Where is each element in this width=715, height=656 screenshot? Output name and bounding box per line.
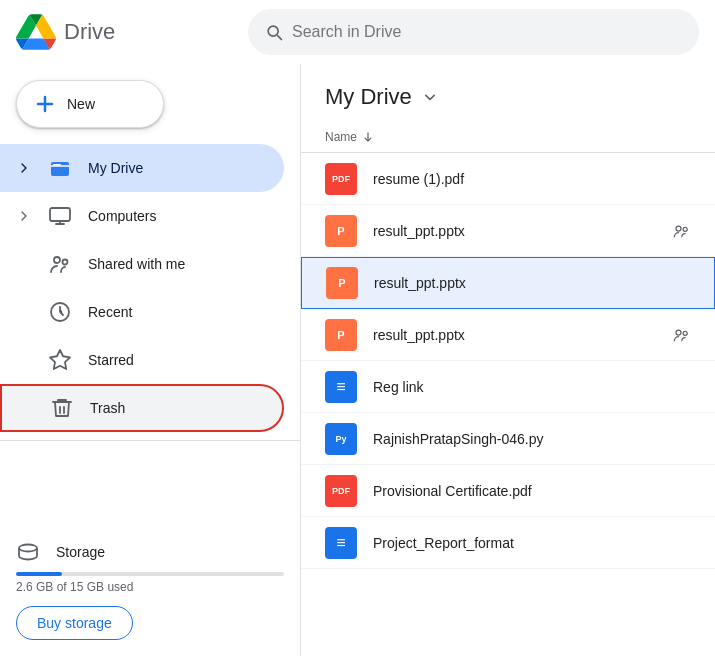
file-name-6: RajnishPratapSingh-046.py xyxy=(373,431,691,447)
trash-icon xyxy=(50,396,74,420)
header: Drive xyxy=(0,0,715,64)
shared-people-icon-4 xyxy=(671,325,691,345)
storage-bar-fill xyxy=(16,572,62,576)
sidebar-item-computers[interactable]: Computers xyxy=(0,192,284,240)
svg-point-9 xyxy=(19,545,37,552)
sidebar-item-shared-label: Shared with me xyxy=(88,256,185,272)
main-layout: New My Drive Computers xyxy=(0,64,715,656)
file-item-6[interactable]: Py RajnishPratapSingh-046.py xyxy=(301,413,715,465)
content-area: My Drive Name PDF resume (1).pdf P resul… xyxy=(300,64,715,656)
storage-usage-text: 2.6 GB of 15 GB used xyxy=(16,580,284,594)
sidebar: New My Drive Computers xyxy=(0,64,300,656)
ppt-icon-3: P xyxy=(326,267,358,299)
svg-point-7 xyxy=(63,260,68,265)
file-name-8: Project_Report_format xyxy=(373,535,691,551)
search-bar[interactable] xyxy=(248,9,699,55)
logo-area: Drive xyxy=(16,12,236,52)
svg-rect-5 xyxy=(50,208,70,221)
sidebar-item-recent[interactable]: Recent xyxy=(0,288,284,336)
file-item-8[interactable]: ≡ Project_Report_format xyxy=(301,517,715,569)
buy-storage-button[interactable]: Buy storage xyxy=(16,606,133,640)
search-icon xyxy=(264,22,284,42)
doc-icon-5: ≡ xyxy=(325,371,357,403)
pdf-icon-7: PDF xyxy=(325,475,357,507)
expand-arrow-icon xyxy=(16,160,32,176)
file-item-4[interactable]: P result_ppt.pptx xyxy=(301,309,715,361)
shared-with-me-icon xyxy=(48,252,72,276)
my-drive-icon xyxy=(48,156,72,180)
file-name-3: result_ppt.pptx xyxy=(374,275,690,291)
svg-rect-4 xyxy=(53,164,61,166)
file-name-1: resume (1).pdf xyxy=(373,171,691,187)
storage-icon xyxy=(16,540,40,564)
expand-arrow-computers-icon xyxy=(16,208,32,224)
file-name-4: result_ppt.pptx xyxy=(373,327,655,343)
file-item-3[interactable]: P result_ppt.pptx xyxy=(301,257,715,309)
svg-point-11 xyxy=(683,227,687,231)
sidebar-divider xyxy=(0,440,300,441)
search-input[interactable] xyxy=(292,23,683,41)
shared-people-icon-2 xyxy=(671,221,691,241)
google-drive-logo xyxy=(16,12,56,52)
ppt-icon-2: P xyxy=(325,215,357,247)
sidebar-item-starred[interactable]: Starred xyxy=(0,336,284,384)
sidebar-item-starred-label: Starred xyxy=(88,352,134,368)
sidebar-item-shared-with-me[interactable]: Shared with me xyxy=(0,240,284,288)
file-name-5: Reg link xyxy=(373,379,691,395)
content-title: My Drive xyxy=(325,84,412,110)
svg-point-13 xyxy=(683,331,687,335)
doc-icon-8: ≡ xyxy=(325,527,357,559)
sidebar-item-trash-label: Trash xyxy=(90,400,125,416)
py-icon-6: Py xyxy=(325,423,357,455)
storage-label-row: Storage xyxy=(16,540,284,564)
sort-arrow-icon xyxy=(361,130,375,144)
sidebar-item-my-drive[interactable]: My Drive xyxy=(0,144,284,192)
storage-bar-background xyxy=(16,572,284,576)
recent-icon xyxy=(48,300,72,324)
file-item-7[interactable]: PDF Provisional Certificate.pdf xyxy=(301,465,715,517)
svg-point-6 xyxy=(54,257,60,263)
app-title: Drive xyxy=(64,19,115,45)
storage-label-text: Storage xyxy=(56,544,105,560)
new-button-label: New xyxy=(67,96,95,112)
content-header: My Drive xyxy=(301,64,715,122)
svg-point-10 xyxy=(676,226,681,231)
file-item-2[interactable]: P result_ppt.pptx xyxy=(301,205,715,257)
plus-color-icon xyxy=(26,92,50,116)
sidebar-item-my-drive-label: My Drive xyxy=(88,160,143,176)
svg-point-12 xyxy=(676,330,681,335)
storage-section: Storage 2.6 GB of 15 GB used Buy storage xyxy=(0,524,300,648)
sidebar-item-recent-label: Recent xyxy=(88,304,132,320)
file-item-1[interactable]: PDF resume (1).pdf xyxy=(301,153,715,205)
sort-label[interactable]: Name xyxy=(325,130,357,144)
file-name-2: result_ppt.pptx xyxy=(373,223,655,239)
title-dropdown-icon[interactable] xyxy=(420,87,440,107)
file-list-header: Name xyxy=(301,122,715,153)
file-name-7: Provisional Certificate.pdf xyxy=(373,483,691,499)
sidebar-item-trash[interactable]: Trash xyxy=(0,384,284,432)
starred-icon xyxy=(48,348,72,372)
file-item-5[interactable]: ≡ Reg link xyxy=(301,361,715,413)
new-button[interactable]: New xyxy=(16,80,164,128)
ppt-icon-4: P xyxy=(325,319,357,351)
computers-icon xyxy=(48,204,72,228)
sidebar-item-computers-label: Computers xyxy=(88,208,156,224)
pdf-icon-1: PDF xyxy=(325,163,357,195)
